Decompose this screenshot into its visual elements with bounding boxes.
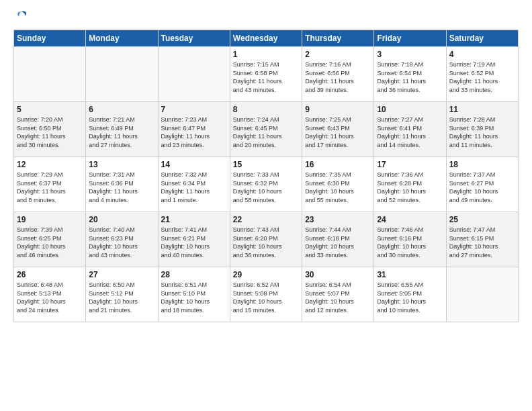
day-number: 7 — [161, 105, 227, 114]
day-number: 6 — [89, 105, 154, 114]
day-info: Sunrise: 7:27 AM Sunset: 6:41 PM Dayligh… — [377, 116, 443, 149]
day-info: Sunrise: 6:55 AM Sunset: 5:05 PM Dayligh… — [377, 281, 443, 314]
calendar-day-7: 7Sunrise: 7:23 AM Sunset: 6:47 PM Daylig… — [158, 102, 230, 157]
calendar-day-5: 5Sunrise: 7:20 AM Sunset: 6:50 PM Daylig… — [14, 102, 86, 157]
day-info: Sunrise: 6:54 AM Sunset: 5:07 PM Dayligh… — [305, 281, 371, 314]
day-header-monday: Monday — [86, 30, 158, 47]
day-number: 29 — [233, 270, 299, 279]
day-number: 1 — [233, 50, 299, 59]
day-number: 4 — [449, 50, 515, 59]
calendar-day-17: 17Sunrise: 7:36 AM Sunset: 6:28 PM Dayli… — [374, 157, 446, 212]
calendar-day-11: 11Sunrise: 7:28 AM Sunset: 6:39 PM Dayli… — [446, 102, 518, 157]
calendar-day-28: 28Sunrise: 6:51 AM Sunset: 5:10 PM Dayli… — [158, 267, 230, 322]
day-number: 22 — [233, 215, 299, 224]
day-number: 13 — [89, 160, 154, 169]
day-info: Sunrise: 7:28 AM Sunset: 6:39 PM Dayligh… — [449, 116, 515, 149]
calendar-day-10: 10Sunrise: 7:27 AM Sunset: 6:41 PM Dayli… — [374, 102, 446, 157]
day-info: Sunrise: 6:50 AM Sunset: 5:12 PM Dayligh… — [89, 281, 154, 314]
day-number: 20 — [89, 215, 154, 224]
calendar-day-2: 2Sunrise: 7:16 AM Sunset: 6:56 PM Daylig… — [302, 47, 374, 102]
day-info: Sunrise: 6:52 AM Sunset: 5:08 PM Dayligh… — [233, 281, 299, 314]
day-info: Sunrise: 7:15 AM Sunset: 6:58 PM Dayligh… — [233, 60, 299, 94]
day-info: Sunrise: 7:20 AM Sunset: 6:50 PM Dayligh… — [17, 116, 83, 149]
calendar-day-19: 19Sunrise: 7:39 AM Sunset: 6:25 PM Dayli… — [14, 212, 86, 267]
day-info: Sunrise: 7:36 AM Sunset: 6:28 PM Dayligh… — [377, 171, 443, 204]
calendar-day-30: 30Sunrise: 6:54 AM Sunset: 5:07 PM Dayli… — [302, 267, 374, 322]
day-info: Sunrise: 7:46 AM Sunset: 6:16 PM Dayligh… — [377, 226, 443, 259]
day-number: 10 — [377, 105, 443, 114]
day-info: Sunrise: 7:39 AM Sunset: 6:25 PM Dayligh… — [17, 226, 83, 259]
calendar-empty-cell — [446, 267, 518, 322]
calendar-empty-cell — [158, 47, 230, 102]
day-number: 5 — [17, 105, 83, 114]
day-header-saturday: Saturday — [446, 30, 518, 47]
day-number: 30 — [305, 270, 371, 279]
calendar-day-14: 14Sunrise: 7:32 AM Sunset: 6:34 PM Dayli… — [158, 157, 230, 212]
day-number: 11 — [449, 105, 515, 114]
day-info: Sunrise: 7:21 AM Sunset: 6:49 PM Dayligh… — [89, 116, 154, 149]
day-info: Sunrise: 7:31 AM Sunset: 6:36 PM Dayligh… — [89, 171, 154, 204]
calendar-day-23: 23Sunrise: 7:44 AM Sunset: 6:18 PM Dayli… — [302, 212, 374, 267]
day-info: Sunrise: 7:32 AM Sunset: 6:34 PM Dayligh… — [161, 171, 227, 204]
calendar-day-18: 18Sunrise: 7:37 AM Sunset: 6:27 PM Dayli… — [446, 157, 518, 212]
calendar-week-row: 19Sunrise: 7:39 AM Sunset: 6:25 PM Dayli… — [14, 212, 519, 267]
calendar-day-20: 20Sunrise: 7:40 AM Sunset: 6:23 PM Dayli… — [86, 212, 158, 267]
day-info: Sunrise: 7:37 AM Sunset: 6:27 PM Dayligh… — [449, 171, 515, 204]
day-number: 18 — [449, 160, 515, 169]
calendar-day-12: 12Sunrise: 7:29 AM Sunset: 6:37 PM Dayli… — [14, 157, 86, 212]
calendar-day-13: 13Sunrise: 7:31 AM Sunset: 6:36 PM Dayli… — [86, 157, 158, 212]
calendar-day-1: 1Sunrise: 7:15 AM Sunset: 6:58 PM Daylig… — [230, 47, 302, 102]
day-info: Sunrise: 7:33 AM Sunset: 6:32 PM Dayligh… — [233, 171, 299, 204]
calendar-header-row: SundayMondayTuesdayWednesdayThursdayFrid… — [14, 30, 519, 47]
calendar-day-15: 15Sunrise: 7:33 AM Sunset: 6:32 PM Dayli… — [230, 157, 302, 212]
day-number: 28 — [161, 270, 227, 279]
day-number: 23 — [305, 215, 371, 224]
day-number: 2 — [305, 50, 371, 59]
calendar-day-4: 4Sunrise: 7:19 AM Sunset: 6:52 PM Daylig… — [446, 47, 518, 102]
calendar-day-24: 24Sunrise: 7:46 AM Sunset: 6:16 PM Dayli… — [374, 212, 446, 267]
day-number: 21 — [161, 215, 227, 224]
calendar-day-29: 29Sunrise: 6:52 AM Sunset: 5:08 PM Dayli… — [230, 267, 302, 322]
calendar-week-row: 26Sunrise: 6:48 AM Sunset: 5:13 PM Dayli… — [14, 267, 519, 322]
calendar-week-row: 12Sunrise: 7:29 AM Sunset: 6:37 PM Dayli… — [14, 157, 519, 212]
day-info: Sunrise: 7:16 AM Sunset: 6:56 PM Dayligh… — [305, 60, 371, 94]
day-info: Sunrise: 7:24 AM Sunset: 6:45 PM Dayligh… — [233, 116, 299, 149]
day-number: 24 — [377, 215, 443, 224]
day-number: 26 — [17, 270, 83, 279]
calendar-day-16: 16Sunrise: 7:35 AM Sunset: 6:30 PM Dayli… — [302, 157, 374, 212]
day-info: Sunrise: 7:23 AM Sunset: 6:47 PM Dayligh… — [161, 116, 227, 149]
calendar-day-6: 6Sunrise: 7:21 AM Sunset: 6:49 PM Daylig… — [86, 102, 158, 157]
day-info: Sunrise: 7:44 AM Sunset: 6:18 PM Dayligh… — [305, 226, 371, 259]
day-info: Sunrise: 7:18 AM Sunset: 6:54 PM Dayligh… — [377, 60, 443, 94]
calendar-day-9: 9Sunrise: 7:25 AM Sunset: 6:43 PM Daylig… — [302, 102, 374, 157]
logo — [13, 11, 27, 23]
logo-bird-icon — [15, 11, 27, 23]
calendar-day-26: 26Sunrise: 6:48 AM Sunset: 5:13 PM Dayli… — [14, 267, 86, 322]
day-info: Sunrise: 6:48 AM Sunset: 5:13 PM Dayligh… — [17, 281, 83, 314]
calendar-day-21: 21Sunrise: 7:41 AM Sunset: 6:21 PM Dayli… — [158, 212, 230, 267]
day-number: 15 — [233, 160, 299, 169]
day-header-thursday: Thursday — [302, 30, 374, 47]
day-number: 16 — [305, 160, 371, 169]
day-info: Sunrise: 7:19 AM Sunset: 6:52 PM Dayligh… — [449, 60, 515, 94]
day-info: Sunrise: 7:40 AM Sunset: 6:23 PM Dayligh… — [89, 226, 154, 259]
calendar-day-31: 31Sunrise: 6:55 AM Sunset: 5:05 PM Dayli… — [374, 267, 446, 322]
calendar-day-3: 3Sunrise: 7:18 AM Sunset: 6:54 PM Daylig… — [374, 47, 446, 102]
day-number: 8 — [233, 105, 299, 114]
day-info: Sunrise: 6:51 AM Sunset: 5:10 PM Dayligh… — [161, 281, 227, 314]
calendar-day-22: 22Sunrise: 7:43 AM Sunset: 6:20 PM Dayli… — [230, 212, 302, 267]
day-info: Sunrise: 7:47 AM Sunset: 6:15 PM Dayligh… — [449, 226, 515, 259]
day-number: 12 — [17, 160, 83, 169]
calendar-week-row: 1Sunrise: 7:15 AM Sunset: 6:58 PM Daylig… — [14, 47, 519, 102]
day-number: 25 — [449, 215, 515, 224]
calendar-week-row: 5Sunrise: 7:20 AM Sunset: 6:50 PM Daylig… — [14, 102, 519, 157]
day-number: 3 — [377, 50, 443, 59]
day-info: Sunrise: 7:43 AM Sunset: 6:20 PM Dayligh… — [233, 226, 299, 259]
day-info: Sunrise: 7:29 AM Sunset: 6:37 PM Dayligh… — [17, 171, 83, 204]
calendar-day-27: 27Sunrise: 6:50 AM Sunset: 5:12 PM Dayli… — [86, 267, 158, 322]
day-header-sunday: Sunday — [14, 30, 86, 47]
day-info: Sunrise: 7:41 AM Sunset: 6:21 PM Dayligh… — [161, 226, 227, 259]
day-number: 14 — [161, 160, 227, 169]
day-info: Sunrise: 7:35 AM Sunset: 6:30 PM Dayligh… — [305, 171, 371, 204]
calendar-empty-cell — [14, 47, 86, 102]
